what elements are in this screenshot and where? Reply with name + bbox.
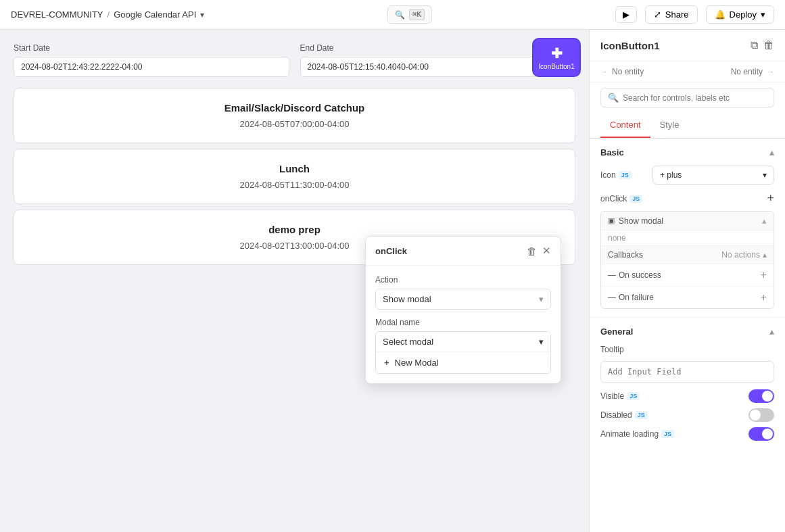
share-button[interactable]: ⤢ Share <box>645 5 698 24</box>
action-dropdown[interactable]: Show modal <box>375 289 551 310</box>
tooltip-input[interactable] <box>600 361 774 383</box>
onclick-code-header: ▣ Show modal ▴ <box>601 212 774 231</box>
entity-left[interactable]: → No entity <box>600 67 644 76</box>
onclick-code-expand[interactable]: ▴ <box>762 216 767 226</box>
arrow-right-icon: → <box>600 68 608 76</box>
list-item: Email/Slack/Discord Catchup 2024-08-05T0… <box>14 88 575 143</box>
animate-loading-row: Animate loading JS <box>600 427 774 441</box>
general-section-toggle[interactable] <box>769 326 774 337</box>
disabled-label: Disabled JS <box>600 410 648 420</box>
icon-prop-row: Icon JS + plus <box>600 166 774 185</box>
share-icon: ⤢ <box>654 9 661 20</box>
panel-title: IconButton1 <box>600 40 660 51</box>
dash-icon: — <box>608 293 616 302</box>
general-section-title: General <box>600 327 633 337</box>
modal-dropdown-caret <box>539 337 544 347</box>
animate-loading-toggle[interactable] <box>748 427 774 441</box>
icon-button-widget[interactable]: ✚ IconButton1 <box>532 38 581 77</box>
search-box[interactable]: 🔍 ⌘K <box>387 5 432 24</box>
date-row: Start Date End Date <box>14 43 575 77</box>
search-controls-icon: 🔍 <box>608 93 619 103</box>
disabled-js-badge: JS <box>635 411 648 419</box>
action-label: Action <box>375 275 551 285</box>
project-name: Google Calendar API <box>114 9 196 20</box>
entity-right-label: No entity <box>731 67 763 76</box>
show-modal-text: Show modal <box>619 216 663 226</box>
action-dropdown-caret <box>539 294 544 304</box>
icon-button-widget-wrap: ✚ IconButton1 <box>532 38 581 77</box>
tab-content[interactable]: Content <box>600 113 650 138</box>
breadcrumb-sep: / <box>108 9 110 20</box>
icon-js-badge: JS <box>619 171 632 179</box>
on-success-label: — On success <box>608 270 661 280</box>
search-controls[interactable]: 🔍 <box>600 88 774 107</box>
deploy-caret: ▾ <box>761 9 765 20</box>
main-layout: Start Date End Date ✚ IconButton1 Email/… <box>0 30 785 532</box>
none-text: none <box>601 231 774 245</box>
play-button[interactable]: ▶ <box>615 6 637 23</box>
on-failure-add-button[interactable]: + <box>761 291 767 304</box>
tab-style[interactable]: Style <box>650 113 689 138</box>
new-modal-option[interactable]: + New Modal <box>376 352 550 373</box>
disabled-toggle[interactable] <box>748 408 774 422</box>
basic-section-toggle[interactable] <box>769 147 774 158</box>
onclick-popup: onClick 🗑 ✕ Action Show modal Modal name… <box>365 236 561 384</box>
on-success-add-button[interactable]: + <box>761 269 767 281</box>
copy-button[interactable]: ⧉ <box>751 39 758 51</box>
search-controls-input[interactable] <box>623 93 767 103</box>
panel-header: IconButton1 ⧉ 🗑 <box>590 30 785 62</box>
modal-select-header[interactable]: Select modal <box>376 332 550 352</box>
icon-select-caret <box>763 170 767 180</box>
delete-button[interactable]: 🗑 <box>763 39 774 51</box>
start-date-label: Start Date <box>14 43 289 53</box>
basic-section-header: Basic <box>600 147 774 158</box>
list-item: Lunch 2024-08-05T11:30:00-04:00 <box>14 149 575 204</box>
callbacks-section: Callbacks No actions ▴ — On success + <box>601 245 774 308</box>
tooltip-label: Tooltip <box>600 345 624 354</box>
action-value: Show modal <box>383 294 431 304</box>
topbar-left: DEVREL-COMMUNITY / Google Calendar API ▾ <box>11 9 204 20</box>
onclick-code-block: ▣ Show modal ▴ none Callbacks No actions… <box>600 211 774 309</box>
panel-tabs: Content Style <box>590 113 785 139</box>
tooltip-prop-row: Tooltip <box>600 345 774 354</box>
deploy-button[interactable]: 🔔 Deploy ▾ <box>706 5 774 24</box>
org-name: DEVREL-COMMUNITY <box>11 9 103 20</box>
start-date-field: Start Date <box>14 43 289 77</box>
search-shortcut: ⌘K <box>409 9 425 20</box>
bell-icon: 🔔 <box>715 9 725 20</box>
event-date: 2024-08-05T07:00:00-04:00 <box>28 119 561 129</box>
modal-icon: ▣ <box>608 216 615 225</box>
delete-onclick-button[interactable]: 🗑 <box>527 245 537 257</box>
show-modal-row: ▣ Show modal <box>608 216 663 226</box>
modal-placeholder: Select modal <box>383 337 433 347</box>
basic-section: Basic Icon JS + plus onClick JS <box>590 139 785 318</box>
plus-icon: ✚ <box>551 45 563 62</box>
general-section-header: General <box>600 326 774 337</box>
onclick-add-button[interactable]: + <box>767 191 774 205</box>
event-title: demo prep <box>28 224 561 235</box>
general-section: General Tooltip Visible JS Disabled JS <box>590 318 785 454</box>
onclick-popup-body: Action Show modal Modal name Select moda… <box>366 266 561 383</box>
topbar: DEVREL-COMMUNITY / Google Calendar API ▾… <box>0 0 785 30</box>
start-date-input[interactable] <box>14 57 289 77</box>
icon-prop-label: Icon JS <box>600 170 632 180</box>
visible-toggle[interactable] <box>748 389 774 403</box>
onclick-header-actions: 🗑 ✕ <box>527 245 551 257</box>
panel-header-actions: ⧉ 🗑 <box>751 39 774 51</box>
callbacks-title: Callbacks <box>608 250 643 260</box>
modal-dropdown-options: + New Modal <box>376 352 550 373</box>
new-modal-label: New Modal <box>395 358 439 368</box>
callbacks-chevron-up: ▴ <box>763 250 767 260</box>
basic-section-title: Basic <box>600 147 624 158</box>
entity-right[interactable]: No entity → <box>731 67 774 76</box>
close-onclick-button[interactable]: ✕ <box>542 245 551 257</box>
modal-name-label: Modal name <box>375 318 551 327</box>
disabled-row: Disabled JS <box>600 408 774 422</box>
entity-left-label: No entity <box>612 67 644 76</box>
search-icon: 🔍 <box>395 10 405 20</box>
arrow-right-icon: → <box>767 68 774 76</box>
animate-loading-js-badge: JS <box>661 430 674 438</box>
icon-select[interactable]: + plus <box>652 166 774 185</box>
visible-row: Visible JS <box>600 389 774 403</box>
project-dropdown-button[interactable]: ▾ <box>200 10 204 20</box>
